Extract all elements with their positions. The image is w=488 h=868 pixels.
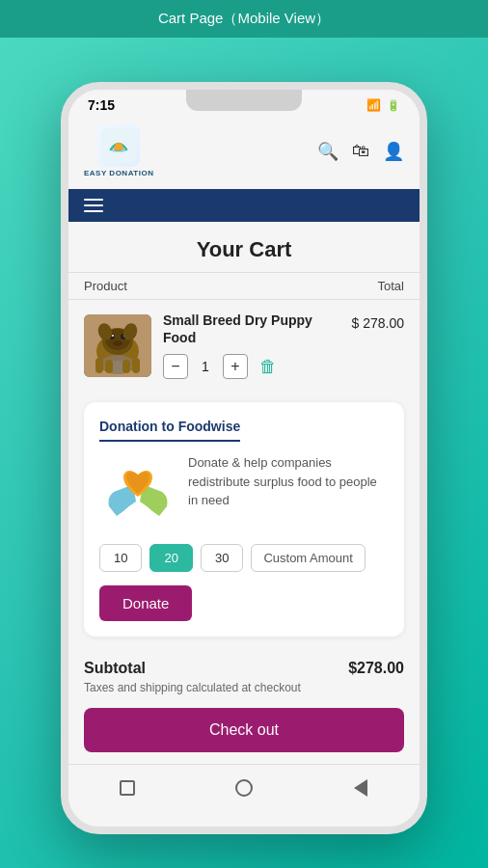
bottom-square-button[interactable]: [118, 778, 137, 798]
amount-30-button[interactable]: 30: [201, 544, 243, 572]
amount-10-button[interactable]: 10: [99, 544, 142, 572]
donation-card: Donation to Foodwise Donate & help compa…: [84, 402, 404, 637]
search-icon[interactable]: 🔍: [317, 141, 339, 162]
qty-decrease-button[interactable]: −: [163, 354, 188, 379]
status-bar: 7:15 📶 🔋: [68, 90, 420, 117]
logo-text: EASY DONATION: [84, 169, 153, 177]
item-name: Small Breed Dry Puppy Food: [163, 312, 340, 346]
donation-hands-icon: [99, 453, 176, 530]
subtotal-row: Subtotal $278.00: [84, 660, 404, 677]
item-image: [84, 314, 151, 377]
product-header: Product: [84, 279, 127, 293]
bottom-nav-bar: [68, 764, 420, 807]
delete-icon[interactable]: 🗑: [259, 357, 277, 377]
svg-rect-17: [122, 360, 130, 373]
qty-increase-button[interactable]: +: [223, 354, 248, 379]
cart-footer: Subtotal $278.00 Taxes and shipping calc…: [68, 648, 420, 764]
battery-icon: 🔋: [387, 99, 400, 112]
hamburger-menu[interactable]: [84, 199, 404, 212]
bag-icon[interactable]: 🛍: [352, 141, 369, 161]
cart-item: Small Breed Dry Puppy Food − 1 + 🗑 $ 278…: [68, 300, 420, 391]
total-header: Total: [378, 279, 404, 293]
svg-rect-15: [95, 358, 103, 373]
svg-point-1: [115, 143, 122, 150]
nav-bar: [68, 189, 420, 222]
item-qty-control: − 1 + 🗑: [163, 354, 340, 379]
logo-area: EASY DONATION: [84, 124, 153, 177]
user-icon[interactable]: 👤: [383, 141, 404, 162]
header-icons: 🔍 🛍 👤: [317, 141, 404, 162]
svg-point-8: [112, 335, 114, 337]
phone-frame: 7:15 📶 🔋 EASY DONATION 🔍 🛍 👤: [61, 82, 427, 834]
status-time: 7:15: [88, 97, 115, 113]
svg-rect-18: [132, 358, 140, 373]
checkout-button[interactable]: Check out: [84, 708, 404, 752]
custom-amount-button[interactable]: Custom Amount: [251, 544, 366, 572]
bottom-circle-button[interactable]: [234, 778, 254, 798]
item-price: $ 278.00: [352, 312, 405, 331]
donation-description: Donate & help companies redistribute sur…: [188, 453, 389, 510]
app-header: EASY DONATION 🔍 🛍 👤: [68, 117, 420, 189]
donation-title: Donation to Foodwise: [99, 419, 240, 442]
subtotal-label: Subtotal: [84, 660, 146, 677]
cart-title: Your Cart: [68, 222, 420, 272]
logo-icon: [101, 128, 136, 163]
dog-image-svg: [84, 314, 151, 377]
subtotal-value: $278.00: [348, 660, 404, 677]
notch-area: [186, 90, 302, 111]
tax-note: Taxes and shipping calculated at checkou…: [84, 681, 404, 694]
qty-value: 1: [196, 359, 215, 374]
donation-icon: [99, 453, 176, 530]
svg-rect-16: [105, 360, 113, 373]
donation-body: Donate & help companies redistribute sur…: [99, 453, 389, 530]
wifi-icon: 📶: [366, 98, 381, 112]
banner: Cart Page（Mobile View）: [0, 0, 488, 38]
logo-box: [97, 124, 140, 167]
status-icons: 📶 🔋: [366, 98, 400, 112]
cart-table-header: Product Total: [68, 272, 420, 300]
svg-point-10: [113, 340, 122, 346]
bottom-back-button[interactable]: [351, 778, 370, 798]
item-details: Small Breed Dry Puppy Food − 1 + 🗑: [163, 312, 340, 379]
donate-button[interactable]: Donate: [99, 585, 192, 621]
amount-20-button[interactable]: 20: [149, 544, 192, 572]
cart-content: Your Cart Product Total: [68, 222, 420, 764]
donation-amounts: 10 20 30 Custom Amount: [99, 544, 389, 572]
